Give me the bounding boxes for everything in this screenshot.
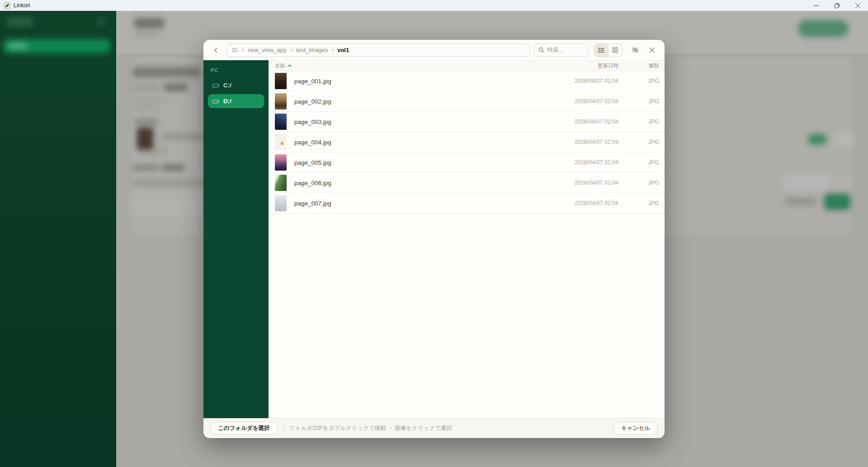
search-input[interactable]: 検索... (534, 43, 588, 57)
breadcrumb-segment-current: vol1 (337, 47, 349, 53)
column-header-modified[interactable]: 更新日時 (555, 62, 618, 69)
select-folder-button[interactable]: このフォルダを選択 (210, 422, 278, 435)
restore-button[interactable] (826, 0, 847, 11)
breadcrumb-separator: > (290, 47, 293, 53)
sidebar-item-drive-c[interactable]: C:/ (208, 78, 264, 92)
file-row[interactable]: page_002.jpg 2026/04/07 02:04 JPG (269, 91, 665, 112)
dialog-body: PC C:/ D:/ (203, 60, 665, 418)
drive-label: C:/ (223, 82, 231, 89)
search-placeholder: 検索... (547, 46, 563, 54)
file-name: page_007.jpg (294, 200, 555, 207)
file-modified: 2026/04/07 02:04 (555, 200, 618, 206)
footer-hint: フォルダ/ZIPをダブルクリックで移動 ・ 画像をクリックで選択 (289, 424, 608, 432)
dialog-sidebar: PC C:/ D:/ (203, 60, 269, 418)
app-sidebar-background (0, 11, 116, 467)
view-list-button[interactable] (594, 44, 608, 57)
file-name: page_003.jpg (294, 119, 555, 125)
file-name: page_001.jpg (294, 78, 555, 85)
sort-ascending-icon (288, 64, 292, 67)
file-modified: 2026/04/07 02:04 (555, 78, 618, 84)
drive-icon (212, 82, 219, 89)
breadcrumb[interactable]: D: > new_view_app > test_images > vol1 (226, 43, 530, 57)
file-name: page_004.jpg (294, 139, 555, 146)
file-list: page_001.jpg 2026/04/07 02:04 JPG page_0… (269, 71, 665, 418)
file-row[interactable]: page_006.jpg 2026/04/07 02:04 JPG (269, 173, 665, 193)
file-thumbnail (275, 114, 287, 130)
drive-label: D:/ (223, 98, 231, 105)
file-list-area: 名前 更新日時 種類 page_001.jpg 2026/04/07 02:04… (269, 60, 665, 418)
file-type: JPG (618, 180, 659, 186)
file-thumbnail (275, 175, 287, 191)
eye-off-icon (632, 46, 639, 54)
file-name: page_006.jpg (294, 180, 555, 186)
footer-divider (283, 424, 284, 433)
sidebar-group-label: PC (211, 67, 264, 73)
file-row[interactable]: page_004.jpg 2026/04/07 02:04 JPG (269, 132, 665, 152)
breadcrumb-segment[interactable]: D: (232, 47, 238, 53)
file-row[interactable]: page_003.jpg 2026/04/07 02:04 JPG (269, 112, 665, 132)
view-grid-button[interactable] (608, 44, 622, 57)
file-row[interactable]: page_001.jpg 2026/04/07 02:04 JPG (269, 71, 665, 91)
drive-icon (212, 98, 219, 105)
file-type: JPG (618, 98, 659, 105)
sidebar-item-drive-d[interactable]: D:/ (208, 94, 264, 108)
file-thumbnail (275, 134, 287, 150)
column-header-type[interactable]: 種類 (618, 62, 659, 69)
file-name: page_002.jpg (294, 98, 555, 105)
file-type: JPG (618, 78, 659, 84)
dialog-footer: このフォルダを選択 フォルダ/ZIPをダブルクリックで移動 ・ 画像をクリックで… (203, 418, 665, 438)
file-thumbnail (275, 195, 287, 211)
dialog-header: D: > new_view_app > test_images > vol1 検… (203, 40, 665, 60)
file-thumbnail (275, 154, 287, 171)
back-button[interactable] (210, 44, 222, 57)
minimize-button[interactable] (806, 0, 826, 11)
column-header-name[interactable]: 名前 (275, 62, 555, 69)
file-type: JPG (618, 119, 659, 125)
window-controls (806, 0, 868, 11)
cancel-button[interactable]: キャンセル (613, 422, 658, 435)
file-modified: 2026/04/07 02:04 (555, 98, 618, 105)
file-row[interactable]: page_007.jpg 2026/04/07 02:04 JPG (269, 193, 665, 214)
app-icon (4, 2, 10, 9)
close-icon (649, 47, 655, 53)
screen: Linkori (0, 0, 868, 467)
file-thumbnail (275, 73, 287, 89)
file-name: page_005.jpg (294, 159, 555, 166)
breadcrumb-separator: > (331, 47, 334, 53)
search-icon (538, 47, 544, 53)
file-modified: 2026/04/07 02:04 (555, 119, 618, 125)
close-window-button[interactable] (847, 0, 868, 11)
window-title: Linkori (14, 2, 30, 9)
hide-preview-button[interactable] (629, 44, 642, 57)
breadcrumb-segment[interactable]: test_images (296, 47, 328, 53)
file-row[interactable]: page_005.jpg 2026/04/07 02:04 JPG (269, 152, 665, 173)
view-mode-toggle (594, 43, 622, 57)
file-thumbnail (275, 93, 287, 110)
file-modified: 2026/04/07 02:04 (555, 139, 618, 145)
file-type: JPG (618, 200, 659, 206)
file-type: JPG (618, 159, 659, 166)
file-modified: 2026/04/07 02:04 (555, 159, 618, 166)
file-modified: 2026/04/07 02:04 (555, 180, 618, 186)
close-dialog-button[interactable] (646, 44, 658, 57)
window-titlebar: Linkori (0, 0, 868, 11)
file-picker-dialog: D: > new_view_app > test_images > vol1 検… (203, 40, 665, 438)
breadcrumb-separator: > (241, 47, 245, 53)
file-type: JPG (618, 139, 659, 145)
breadcrumb-segment[interactable]: new_view_app (248, 47, 287, 53)
column-header-row: 名前 更新日時 種類 (269, 60, 665, 71)
